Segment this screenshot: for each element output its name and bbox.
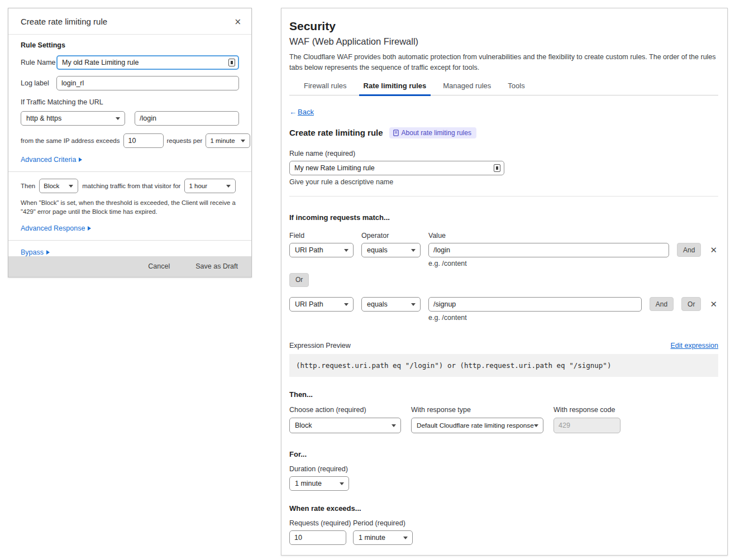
duration-select[interactable]: 1 hour [184, 179, 236, 193]
and-button[interactable]: And [650, 297, 674, 311]
caret-down-icon [226, 185, 231, 188]
value-column-label: Value [428, 232, 446, 240]
match-rule-row: URI Path equals And Or ✕ [289, 297, 718, 312]
create-rule-heading: Create rate limiting rule [289, 128, 383, 137]
about-rate-limiting-badge[interactable]: About rate limiting rules [389, 127, 476, 138]
period-select[interactable]: 1 minute [206, 133, 250, 148]
action-select[interactable]: Block [39, 179, 78, 193]
close-icon[interactable]: × [233, 17, 242, 27]
triangle-right-icon [88, 226, 91, 231]
requests-label: Requests (required) [289, 519, 346, 527]
rule-name-input[interactable] [56, 55, 239, 70]
caret-down-icon [340, 482, 344, 485]
scheme-select[interactable]: http & https [21, 111, 125, 126]
edit-expression-link[interactable]: Edit expression [671, 342, 718, 350]
response-type-label: With response type [411, 406, 543, 414]
expression-preview-label: Expression Preview [289, 342, 351, 350]
threshold-prefix: from the same IP address exceeds [21, 137, 120, 144]
modal-title: Create rate limiting rule [21, 17, 107, 26]
page-subtitle: WAF (Web Application Firewall) [289, 36, 718, 47]
or-button[interactable]: Or [289, 273, 309, 287]
legacy-rate-limit-modal: Create rate limiting rule × Rule Setting… [8, 8, 252, 277]
caret-down-icon [344, 303, 349, 306]
value-hint: e.g. /content [428, 314, 718, 322]
choose-action-label: Choose action (required) [289, 406, 401, 414]
caret-down-icon [534, 424, 538, 427]
rules-tabs: Firewall rules Rate limiting rules Manag… [289, 82, 718, 95]
rule-name-label: Rule Name [21, 59, 56, 66]
autofill-icon [494, 164, 500, 172]
rule-settings-heading: Rule Settings [21, 41, 239, 49]
field-column-label: Field [289, 232, 354, 240]
divider [8, 240, 251, 241]
triangle-right-icon [79, 157, 82, 162]
requests-input[interactable] [289, 530, 346, 545]
for-section-heading: For... [289, 450, 718, 458]
log-label-label: Log label [21, 79, 56, 87]
period-label: Period (required) [353, 519, 405, 527]
response-code-label: With response code [553, 406, 621, 414]
then-section-heading: Then... [289, 390, 718, 399]
page-title: Security [289, 20, 718, 33]
value-input[interactable] [428, 243, 669, 257]
traffic-match-label: If Traffic Matching the URL [21, 98, 239, 106]
bypass-link[interactable]: Bypass [21, 248, 50, 256]
security-waf-panel: Security WAF (Web Application Firewall) … [281, 8, 728, 556]
value-input[interactable] [428, 297, 642, 312]
back-link[interactable]: ← Back [289, 108, 314, 116]
advanced-response-link[interactable]: Advanced Response [21, 224, 91, 232]
or-button[interactable]: Or [681, 297, 701, 311]
remove-rule-icon[interactable]: ✕ [709, 299, 718, 309]
caret-down-icon [403, 537, 408, 539]
arrow-left-icon: ← [289, 108, 297, 116]
block-note: When "Block" is set, when the threshold … [21, 198, 239, 217]
operator-select[interactable]: equals [361, 243, 421, 257]
caret-down-icon [411, 249, 416, 252]
caret-down-icon [241, 140, 245, 142]
autofill-icon [228, 59, 235, 66]
and-button[interactable]: And [677, 243, 701, 257]
tab-firewall-rules[interactable]: Firewall rules [304, 82, 347, 95]
expression-code: (http.request.uri.path eq "/login") or (… [289, 354, 718, 377]
match-section-heading: If incoming requests match... [289, 213, 718, 222]
rule-name-input[interactable] [289, 161, 504, 175]
operator-select[interactable]: equals [361, 297, 421, 312]
save-as-draft-button[interactable]: Save as Draft [195, 262, 238, 270]
period-select[interactable]: 1 minute [353, 530, 413, 545]
divider [289, 196, 718, 197]
threshold-middle: requests per [167, 137, 203, 144]
modal-footer: Cancel Save as Draft [8, 256, 251, 277]
caret-down-icon [344, 249, 349, 252]
field-select[interactable]: URI Path [289, 243, 354, 257]
duration-select[interactable]: 1 minute [289, 476, 349, 491]
divider [8, 171, 251, 172]
action-select[interactable]: Block [289, 418, 401, 433]
rule-name-helper: Give your rule a descriptive name [289, 178, 718, 186]
caret-down-icon [69, 185, 73, 188]
response-type-select[interactable]: Default Cloudflare rate limiting respons… [411, 418, 543, 433]
match-rule-row: URI Path equals And ✕ [289, 243, 718, 257]
caret-down-icon [116, 117, 120, 120]
operator-column-label: Operator [361, 232, 421, 240]
rate-section-heading: When rate exceeds... [289, 504, 718, 513]
remove-rule-icon[interactable]: ✕ [709, 245, 718, 255]
log-label-input[interactable] [56, 76, 239, 90]
caret-down-icon [411, 303, 416, 306]
caret-down-icon [392, 424, 396, 427]
cancel-button[interactable]: Cancel [148, 262, 170, 270]
rule-name-label: Rule name (required) [289, 150, 718, 157]
then-middle: matching traffic from that visitor for [82, 183, 180, 189]
then-label: Then [21, 183, 35, 189]
tab-tools[interactable]: Tools [508, 82, 524, 95]
threshold-input[interactable] [123, 133, 164, 148]
advanced-criteria-link[interactable]: Advanced Criteria [21, 156, 82, 164]
value-hint: e.g. /content [428, 260, 718, 267]
tab-rate-limiting-rules[interactable]: Rate limiting rules [364, 82, 427, 95]
response-code-input[interactable] [553, 418, 621, 433]
url-input[interactable] [135, 111, 239, 126]
triangle-right-icon [46, 250, 50, 255]
tab-managed-rules[interactable]: Managed rules [443, 82, 491, 95]
duration-label: Duration (required) [289, 465, 718, 473]
page-description: The Cloudflare WAF provides both automat… [289, 52, 717, 73]
field-select[interactable]: URI Path [289, 297, 354, 312]
